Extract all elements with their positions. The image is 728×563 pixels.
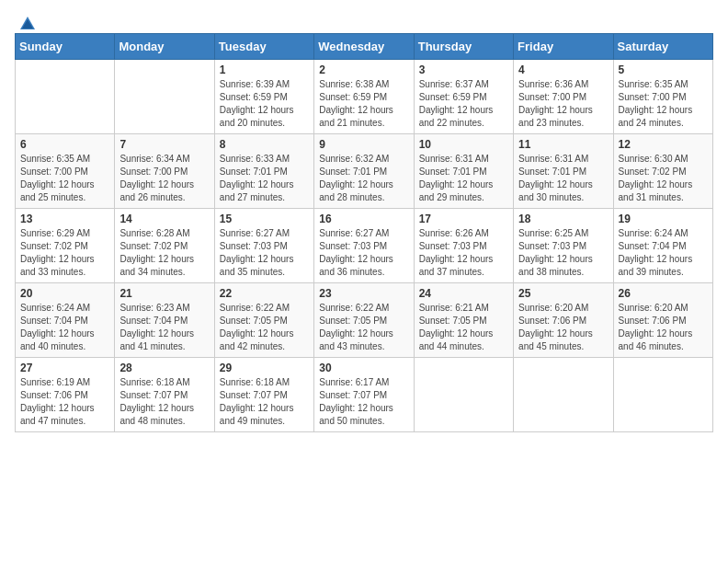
calendar-cell: 7Sunrise: 6:34 AMSunset: 7:00 PMDaylight… xyxy=(115,134,214,209)
calendar-cell: 25Sunrise: 6:20 AMSunset: 7:06 PMDayligh… xyxy=(514,283,613,358)
day-number: 17 xyxy=(419,213,508,225)
calendar-cell: 5Sunrise: 6:35 AMSunset: 7:00 PMDaylight… xyxy=(613,60,712,134)
calendar-cell xyxy=(414,358,513,432)
day-info: Sunrise: 6:37 AMSunset: 6:59 PMDaylight:… xyxy=(419,78,508,130)
day-number: 26 xyxy=(619,287,708,300)
column-header-wednesday: Wednesday xyxy=(314,34,414,60)
day-info: Sunrise: 6:23 AMSunset: 7:04 PMDaylight:… xyxy=(119,302,209,353)
day-info: Sunrise: 6:22 AMSunset: 7:05 PMDaylight:… xyxy=(220,302,309,353)
day-number: 11 xyxy=(518,138,608,151)
calendar-week-row: 27Sunrise: 6:19 AMSunset: 7:06 PMDayligh… xyxy=(16,358,713,432)
column-header-saturday: Saturday xyxy=(613,34,712,60)
day-number: 3 xyxy=(419,63,508,76)
calendar-cell: 30Sunrise: 6:17 AMSunset: 7:07 PMDayligh… xyxy=(314,358,414,432)
column-header-monday: Monday xyxy=(115,34,214,60)
day-info: Sunrise: 6:28 AMSunset: 7:02 PMDaylight:… xyxy=(119,227,209,279)
day-number: 2 xyxy=(319,63,408,76)
calendar-cell xyxy=(613,358,712,432)
calendar-cell: 10Sunrise: 6:31 AMSunset: 7:01 PMDayligh… xyxy=(414,134,513,209)
column-header-friday: Friday xyxy=(514,34,613,60)
day-number: 18 xyxy=(518,213,608,225)
day-info: Sunrise: 6:18 AMSunset: 7:07 PMDaylight:… xyxy=(220,376,309,428)
calendar-cell: 24Sunrise: 6:21 AMSunset: 7:05 PMDayligh… xyxy=(414,283,513,358)
day-info: Sunrise: 6:18 AMSunset: 7:07 PMDaylight:… xyxy=(119,376,209,428)
day-number: 25 xyxy=(518,287,608,300)
day-info: Sunrise: 6:17 AMSunset: 7:07 PMDaylight:… xyxy=(319,376,408,428)
day-info: Sunrise: 6:34 AMSunset: 7:00 PMDaylight:… xyxy=(119,153,209,204)
day-number: 13 xyxy=(20,213,109,225)
day-number: 4 xyxy=(518,63,608,76)
calendar-cell xyxy=(514,358,613,432)
day-number: 30 xyxy=(319,362,408,374)
calendar-table: SundayMondayTuesdayWednesdayThursdayFrid… xyxy=(15,33,713,432)
day-info: Sunrise: 6:35 AMSunset: 7:00 PMDaylight:… xyxy=(20,153,109,204)
calendar-cell: 3Sunrise: 6:37 AMSunset: 6:59 PMDaylight… xyxy=(414,60,513,134)
calendar-cell: 13Sunrise: 6:29 AMSunset: 7:02 PMDayligh… xyxy=(16,209,115,283)
day-info: Sunrise: 6:29 AMSunset: 7:02 PMDaylight:… xyxy=(20,227,109,279)
day-number: 6 xyxy=(20,138,109,151)
day-number: 23 xyxy=(319,287,408,300)
calendar-cell: 23Sunrise: 6:22 AMSunset: 7:05 PMDayligh… xyxy=(314,283,414,358)
day-info: Sunrise: 6:27 AMSunset: 7:03 PMDaylight:… xyxy=(220,227,309,279)
day-info: Sunrise: 6:25 AMSunset: 7:03 PMDaylight:… xyxy=(518,227,608,279)
calendar-week-row: 1Sunrise: 6:39 AMSunset: 6:59 PMDaylight… xyxy=(16,60,713,134)
day-number: 1 xyxy=(220,63,309,76)
day-number: 8 xyxy=(220,138,309,151)
day-number: 9 xyxy=(319,138,408,151)
calendar-cell xyxy=(115,60,214,134)
calendar-header-row: SundayMondayTuesdayWednesdayThursdayFrid… xyxy=(16,34,713,60)
calendar-cell: 17Sunrise: 6:26 AMSunset: 7:03 PMDayligh… xyxy=(414,209,513,283)
calendar-cell: 14Sunrise: 6:28 AMSunset: 7:02 PMDayligh… xyxy=(115,209,214,283)
calendar-week-row: 13Sunrise: 6:29 AMSunset: 7:02 PMDayligh… xyxy=(16,209,713,283)
day-number: 22 xyxy=(220,287,309,300)
day-number: 24 xyxy=(419,287,508,300)
day-info: Sunrise: 6:24 AMSunset: 7:04 PMDaylight:… xyxy=(20,302,109,353)
column-header-thursday: Thursday xyxy=(414,34,513,60)
calendar-week-row: 6Sunrise: 6:35 AMSunset: 7:00 PMDaylight… xyxy=(16,134,713,209)
day-info: Sunrise: 6:22 AMSunset: 7:05 PMDaylight:… xyxy=(319,302,408,353)
day-info: Sunrise: 6:21 AMSunset: 7:05 PMDaylight:… xyxy=(419,302,508,353)
calendar-cell: 28Sunrise: 6:18 AMSunset: 7:07 PMDayligh… xyxy=(115,358,214,432)
logo xyxy=(15,15,37,29)
day-info: Sunrise: 6:36 AMSunset: 7:00 PMDaylight:… xyxy=(518,78,608,130)
calendar-cell: 20Sunrise: 6:24 AMSunset: 7:04 PMDayligh… xyxy=(16,283,115,358)
calendar-cell: 29Sunrise: 6:18 AMSunset: 7:07 PMDayligh… xyxy=(214,358,313,432)
column-header-tuesday: Tuesday xyxy=(214,34,313,60)
day-info: Sunrise: 6:20 AMSunset: 7:06 PMDaylight:… xyxy=(518,302,608,353)
calendar-cell: 2Sunrise: 6:38 AMSunset: 6:59 PMDaylight… xyxy=(314,60,414,134)
day-info: Sunrise: 6:39 AMSunset: 6:59 PMDaylight:… xyxy=(220,78,309,130)
day-info: Sunrise: 6:19 AMSunset: 7:06 PMDaylight:… xyxy=(20,376,109,428)
day-info: Sunrise: 6:31 AMSunset: 7:01 PMDaylight:… xyxy=(419,153,508,204)
calendar-cell: 27Sunrise: 6:19 AMSunset: 7:06 PMDayligh… xyxy=(16,358,115,432)
calendar-cell: 12Sunrise: 6:30 AMSunset: 7:02 PMDayligh… xyxy=(613,134,712,209)
day-info: Sunrise: 6:32 AMSunset: 7:01 PMDaylight:… xyxy=(319,153,408,204)
day-info: Sunrise: 6:20 AMSunset: 7:06 PMDaylight:… xyxy=(619,302,708,353)
day-number: 14 xyxy=(119,213,209,225)
day-info: Sunrise: 6:38 AMSunset: 6:59 PMDaylight:… xyxy=(319,78,408,130)
day-number: 16 xyxy=(319,213,408,225)
logo-icon xyxy=(18,15,37,33)
calendar-cell xyxy=(16,60,115,134)
day-number: 10 xyxy=(419,138,508,151)
calendar-cell: 21Sunrise: 6:23 AMSunset: 7:04 PMDayligh… xyxy=(115,283,214,358)
day-number: 5 xyxy=(619,63,708,76)
calendar-week-row: 20Sunrise: 6:24 AMSunset: 7:04 PMDayligh… xyxy=(16,283,713,358)
calendar-cell: 22Sunrise: 6:22 AMSunset: 7:05 PMDayligh… xyxy=(214,283,313,358)
calendar-cell: 6Sunrise: 6:35 AMSunset: 7:00 PMDaylight… xyxy=(16,134,115,209)
page-header xyxy=(15,15,713,29)
calendar-cell: 9Sunrise: 6:32 AMSunset: 7:01 PMDaylight… xyxy=(314,134,414,209)
calendar-cell: 16Sunrise: 6:27 AMSunset: 7:03 PMDayligh… xyxy=(314,209,414,283)
day-number: 27 xyxy=(20,362,109,374)
day-number: 29 xyxy=(220,362,309,374)
day-number: 15 xyxy=(220,213,309,225)
calendar-cell: 26Sunrise: 6:20 AMSunset: 7:06 PMDayligh… xyxy=(613,283,712,358)
calendar-cell: 1Sunrise: 6:39 AMSunset: 6:59 PMDaylight… xyxy=(214,60,313,134)
column-header-sunday: Sunday xyxy=(16,34,115,60)
day-number: 19 xyxy=(619,213,708,225)
calendar-cell: 19Sunrise: 6:24 AMSunset: 7:04 PMDayligh… xyxy=(613,209,712,283)
day-number: 20 xyxy=(20,287,109,300)
day-info: Sunrise: 6:24 AMSunset: 7:04 PMDaylight:… xyxy=(619,227,708,279)
day-number: 7 xyxy=(119,138,209,151)
day-info: Sunrise: 6:30 AMSunset: 7:02 PMDaylight:… xyxy=(619,153,708,204)
day-info: Sunrise: 6:35 AMSunset: 7:00 PMDaylight:… xyxy=(619,78,708,130)
